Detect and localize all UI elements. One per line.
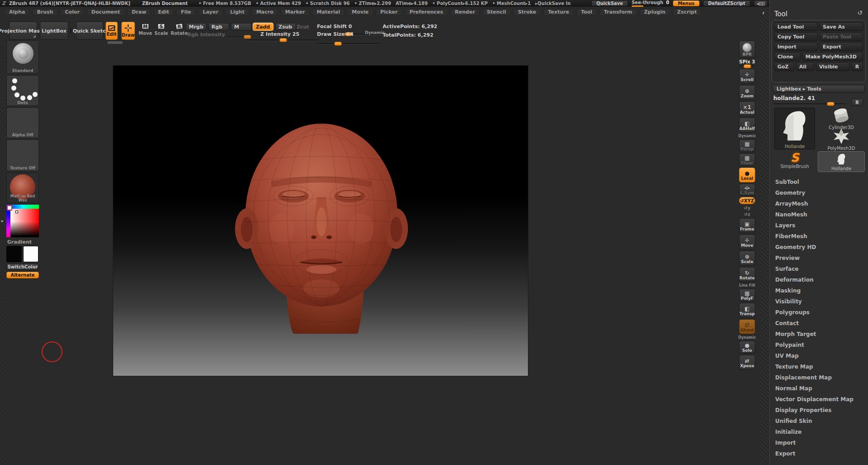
menu-item[interactable]: Transform xyxy=(599,9,637,16)
tool-section-item[interactable]: Texture Map xyxy=(770,361,868,372)
copy-tool-button[interactable]: Copy Tool xyxy=(774,33,818,41)
projection-master-button[interactable]: Projection Master ◢ xyxy=(9,22,37,40)
goz-button[interactable]: GoZ xyxy=(774,62,794,71)
switchcolor-button[interactable]: SwitchColor xyxy=(6,264,39,270)
menu-item[interactable]: Layer xyxy=(198,9,223,16)
aahalf-button[interactable]: ◧AAHalf xyxy=(739,118,755,133)
rgb-button[interactable]: Rgb xyxy=(208,23,229,31)
quick-sketch-button[interactable]: Quick Sketch xyxy=(76,22,103,40)
menu-item[interactable]: Movie xyxy=(347,9,373,16)
cylinder3d-thumbnail[interactable]: Cylinder3D xyxy=(818,108,865,128)
tool-section-item[interactable]: Polygroups xyxy=(770,307,868,318)
tool-section-item[interactable]: Import xyxy=(770,437,868,448)
tool-section-item[interactable]: Contact xyxy=(770,318,868,329)
move-mode-button[interactable]: M Move xyxy=(139,24,152,36)
left-tray-divider[interactable] xyxy=(0,42,6,465)
bpr-button[interactable]: BPR xyxy=(739,41,755,58)
lightbox-button[interactable]: LightBox xyxy=(40,22,68,40)
texture-selector[interactable]: Texture Off xyxy=(6,139,39,171)
load-tool-button[interactable]: Load Tool xyxy=(774,23,818,31)
see-through-slider[interactable] xyxy=(632,5,643,7)
polyframe-button[interactable]: ▦PolyF xyxy=(739,289,755,302)
sv-square[interactable] xyxy=(10,209,39,237)
tool-section-item[interactable]: Morph Target xyxy=(770,329,868,340)
lsym-button[interactable]: ◂|▸L.Sym xyxy=(739,184,755,196)
tool-section-item[interactable]: Geometry xyxy=(770,187,868,198)
menu-item[interactable]: Texture xyxy=(543,9,574,16)
draw-mode-button[interactable]: Draw xyxy=(121,22,135,40)
tool-section-item[interactable]: Normal Map xyxy=(770,383,868,394)
active-tool-slider[interactable] xyxy=(773,103,846,105)
menu-item[interactable]: Document xyxy=(87,9,125,16)
ghost-button[interactable]: ∅Ghost xyxy=(739,319,755,334)
color-picker[interactable] xyxy=(6,205,39,237)
active-tool-name[interactable]: hollande2. 41 xyxy=(773,95,815,101)
xyz-button[interactable]: ↺ XYZ xyxy=(739,197,755,204)
tool-section-item[interactable]: Geometry HD xyxy=(770,242,868,253)
material-selector[interactable]: MatCap Red Wax xyxy=(6,173,39,203)
tool-section-item[interactable]: Export xyxy=(770,448,868,459)
gradient-label[interactable]: Gradient xyxy=(7,239,32,245)
simplebrush-thumbnail[interactable]: S SimpleBrush xyxy=(774,151,815,172)
tray-left-icon[interactable]: ◂|||| xyxy=(754,0,767,6)
menu-item[interactable]: Light xyxy=(225,9,249,16)
paste-tool-button[interactable]: Paste Tool xyxy=(820,33,863,41)
menu-item[interactable]: Tool xyxy=(576,9,597,16)
left-tray-expand-icon[interactable]: ▸ xyxy=(1,218,4,223)
make-polymesh3d-button[interactable]: Make PolyMesh3D xyxy=(802,53,863,61)
menu-item[interactable]: Picker xyxy=(376,9,402,16)
m-button[interactable]: M xyxy=(231,23,252,31)
scale-canvas-button[interactable]: ⊕Scale xyxy=(739,251,755,266)
menu-item[interactable]: Stencil xyxy=(482,9,511,16)
menu-item[interactable]: Color xyxy=(60,9,84,16)
menu-item[interactable]: Stroke xyxy=(513,9,541,16)
tool-section-item[interactable]: Display Properties xyxy=(770,405,868,416)
rotate-canvas-button[interactable]: ↻Rotate xyxy=(739,267,755,282)
move-canvas-button[interactable]: ✛Move xyxy=(739,235,755,249)
r-button[interactable]: R xyxy=(851,62,863,71)
tool-section-item[interactable]: UV Map xyxy=(770,350,868,361)
current-tool-thumbnail[interactable]: Hollande xyxy=(774,108,815,149)
zoom-button[interactable]: ⊕Zoom xyxy=(739,85,755,100)
tool-section-item[interactable]: Visibility xyxy=(770,296,868,307)
lightbox-tools-button[interactable]: Lightbox ▸ Tools xyxy=(772,85,865,93)
right-tray-divider[interactable] xyxy=(761,8,768,465)
tool-section-item[interactable]: Initialize xyxy=(770,427,868,437)
spix-slider[interactable] xyxy=(739,66,755,67)
menu-item[interactable]: Preferences xyxy=(405,9,447,16)
menu-item[interactable]: Render xyxy=(451,9,480,16)
tool-section-item[interactable]: NanoMesh xyxy=(770,209,868,220)
scale-mode-button[interactable]: S Scale xyxy=(154,24,168,36)
right-tray-collapse-icon[interactable]: ‹ xyxy=(762,9,765,16)
menu-item[interactable]: Marker xyxy=(281,9,310,16)
menu-item[interactable]: Edit xyxy=(153,9,173,16)
xpose-button[interactable]: ⇄Xpose xyxy=(739,355,755,370)
rgb-intensity-slider[interactable] xyxy=(226,36,253,38)
secondary-color-swatch[interactable] xyxy=(23,246,38,262)
tool-section-item[interactable]: FiberMesh xyxy=(770,231,868,242)
all-button[interactable]: All xyxy=(796,62,814,71)
z-intensity-slider[interactable] xyxy=(247,39,319,41)
alpha-selector[interactable]: Alpha Off xyxy=(6,107,39,138)
import-button[interactable]: Import xyxy=(774,43,818,51)
spix-control[interactable]: SPix 3 xyxy=(739,59,755,67)
menu-item[interactable]: Brush xyxy=(32,9,58,16)
tool-section-item[interactable]: Preview xyxy=(770,253,868,264)
tool-panel-title[interactable]: Tool xyxy=(774,10,787,18)
zadd-button[interactable]: Zadd xyxy=(253,23,273,31)
document-canvas[interactable] xyxy=(113,66,528,376)
export-button[interactable]: Export xyxy=(820,43,863,51)
persp-button[interactable]: ▦Persp xyxy=(739,139,755,152)
alternate-button[interactable]: Alternate xyxy=(6,272,39,278)
transparency-button[interactable]: ◧Transp xyxy=(739,303,755,318)
frame-button[interactable]: ▣Frame xyxy=(739,218,755,233)
menu-item[interactable]: Macro xyxy=(252,9,278,16)
tool-section-item[interactable]: Surface xyxy=(770,264,868,274)
hollande-thumbnail[interactable]: Hollande xyxy=(818,151,865,172)
draw-size-slider[interactable] xyxy=(317,43,379,45)
tool-section-item[interactable]: Polypaint xyxy=(770,340,868,350)
tool-section-item[interactable]: Displacement Map xyxy=(770,372,868,383)
scroll-button[interactable]: ✛Scroll xyxy=(739,69,755,84)
tool-section-item[interactable]: Masking xyxy=(770,285,868,296)
edit-mode-button[interactable]: Edit xyxy=(106,22,118,40)
